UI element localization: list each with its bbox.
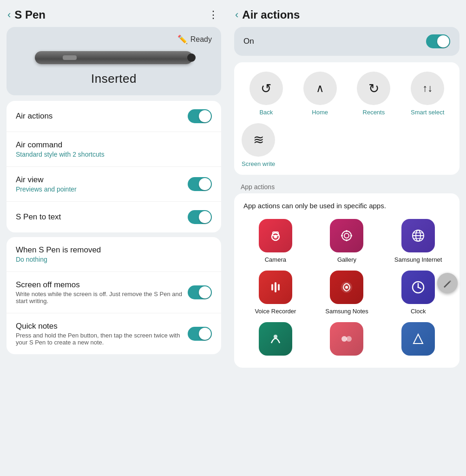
gesture-grid-row1: ↺ Back ∧ Home ↻ Recents ↑↓: [242, 72, 452, 116]
app-partial1-item[interactable]: [243, 322, 308, 359]
back-button[interactable]: ‹: [7, 9, 11, 21]
right-panel: ‹ Air actions On ↺ Back ∧ Home: [228, 0, 466, 476]
quick-notes-title: Quick notes: [16, 322, 188, 331]
gesture-smart-select[interactable]: ↑↓ Smart select: [403, 72, 452, 116]
spen-to-text-content: S Pen to text: [16, 212, 188, 222]
air-actions-title: Air actions: [16, 112, 188, 121]
air-view-toggle[interactable]: [188, 177, 212, 191]
voice-recorder-label: Voice Recorder: [255, 308, 296, 315]
app-gallery-item[interactable]: Gallery: [315, 219, 379, 263]
settings-card-1: Air actions Air command Standard style w…: [7, 101, 221, 232]
when-removed-item[interactable]: When S Pen is removed Do nothing: [7, 237, 221, 272]
spen-button-detail: [63, 55, 77, 60]
svg-rect-15: [271, 284, 273, 291]
svg-rect-16: [275, 282, 276, 292]
pen-status-text: Ready: [190, 35, 212, 44]
gesture-screen-write[interactable]: ≋ Screen write: [242, 123, 275, 167]
left-panel: ‹ S Pen ⋮ ✏️ Ready Inserted Air actions: [0, 0, 228, 476]
gesture-smart-select-label: Smart select: [411, 109, 444, 116]
air-view-subtitle: Previews and pointer: [16, 185, 188, 193]
screen-off-memos-item[interactable]: Screen off memos Write notes while the s…: [7, 272, 221, 313]
gesture-recents[interactable]: ↻ Recents: [349, 72, 399, 116]
app-actions-section-header: App actions: [228, 179, 466, 193]
app-grid: Camera Gallery: [243, 219, 450, 315]
air-actions-back-button[interactable]: ‹: [235, 9, 238, 21]
samsung-notes-label: Samsung Notes: [325, 308, 368, 315]
app-actions-wrapper: App actions can only be used in specific…: [228, 193, 466, 372]
toggle-knob: [437, 35, 449, 47]
pen-status-icon: ✏️: [177, 34, 188, 45]
toggle-knob: [199, 211, 211, 223]
app-row3: [243, 322, 450, 359]
settings-card-2: When S Pen is removed Do nothing Screen …: [7, 237, 221, 354]
camera-icon: [259, 219, 292, 252]
gesture-smart-select-circle: ↑↓: [411, 72, 444, 105]
gesture-back-circle: ↺: [249, 72, 283, 105]
app-camera-item[interactable]: Camera: [243, 219, 308, 263]
gesture-recents-circle: ↻: [357, 72, 390, 105]
svg-point-24: [274, 335, 277, 338]
svg-point-7: [346, 239, 348, 241]
gallery-icon: [330, 219, 363, 252]
gesture-home[interactable]: ∧ Home: [295, 72, 345, 116]
toggle-knob: [199, 286, 211, 298]
spen-to-text-item[interactable]: S Pen to text: [7, 202, 221, 232]
quick-notes-item[interactable]: Quick notes Press and hold the Pen butto…: [7, 313, 221, 354]
page-title: S Pen: [14, 8, 208, 21]
smart-select-gesture-symbol: ↑↓: [422, 82, 433, 94]
screen-write-gesture-symbol: ≋: [253, 133, 264, 146]
air-command-item[interactable]: Air command Standard style with 2 shortc…: [7, 132, 221, 167]
app-internet-item[interactable]: Samsung Internet: [386, 219, 450, 263]
quick-notes-content: Quick notes Press and hold the Pen butto…: [16, 322, 188, 346]
gesture-recents-label: Recents: [363, 109, 385, 116]
air-view-title: Air view: [16, 175, 188, 185]
edit-fab-button[interactable]: [437, 273, 458, 293]
svg-point-6: [346, 230, 348, 232]
gesture-back-label: Back: [259, 109, 273, 116]
app-actions-desc: App actions can only be used in specific…: [243, 202, 450, 210]
internet-label: Samsung Internet: [394, 256, 442, 263]
right-header: ‹ Air actions: [228, 0, 466, 27]
svg-point-8: [341, 235, 343, 237]
when-removed-content: When S Pen is removed Do nothing: [16, 245, 212, 263]
gallery-label: Gallery: [337, 256, 356, 263]
app-samsung-notes-item[interactable]: Samsung Notes: [315, 271, 379, 315]
back-gesture-symbol: ↺: [261, 81, 271, 96]
air-command-title: Air command: [16, 140, 212, 150]
gesture-back[interactable]: ↺ Back: [242, 72, 291, 116]
recents-gesture-symbol: ↻: [368, 81, 379, 96]
more-options-button[interactable]: ⋮: [208, 9, 218, 21]
air-actions-content: Air actions: [16, 112, 188, 121]
on-toggle-row[interactable]: On: [234, 27, 459, 56]
screen-off-memos-subtitle: Write notes while the screen is off. Jus…: [16, 291, 188, 304]
svg-point-5: [344, 233, 349, 238]
toggle-knob: [199, 328, 211, 340]
status-row: ✏️ Ready: [16, 34, 212, 45]
app-partial2-item[interactable]: [315, 322, 379, 359]
svg-point-23: [418, 287, 419, 288]
gesture-home-circle: ∧: [303, 72, 337, 105]
app-partial3-icon: [401, 322, 435, 356]
spen-to-text-toggle[interactable]: [188, 210, 212, 224]
gesture-card: ↺ Back ∧ Home ↻ Recents ↑↓: [234, 62, 459, 175]
air-view-content: Air view Previews and pointer: [16, 175, 188, 193]
air-actions-main-toggle[interactable]: [426, 34, 450, 48]
air-actions-title: Air actions: [242, 8, 457, 21]
air-actions-toggle[interactable]: [188, 109, 212, 123]
toggle-knob: [199, 178, 211, 190]
app-partial2-icon: [330, 322, 363, 356]
internet-icon: [401, 219, 435, 252]
air-view-item[interactable]: Air view Previews and pointer: [7, 167, 221, 202]
svg-point-26: [346, 336, 352, 342]
when-removed-subtitle: Do nothing: [16, 256, 212, 263]
screen-off-memos-toggle[interactable]: [188, 285, 212, 299]
on-label: On: [243, 37, 426, 46]
camera-label: Camera: [265, 256, 286, 263]
air-actions-item[interactable]: Air actions: [7, 101, 221, 132]
screen-off-memos-title: Screen off memos: [16, 280, 188, 290]
app-partial3-item[interactable]: [386, 322, 450, 359]
gesture-grid-row2: ≋ Screen write: [242, 123, 452, 167]
left-header: ‹ S Pen ⋮: [0, 0, 228, 27]
app-voice-recorder-item[interactable]: Voice Recorder: [243, 271, 308, 315]
quick-notes-toggle[interactable]: [188, 327, 212, 341]
